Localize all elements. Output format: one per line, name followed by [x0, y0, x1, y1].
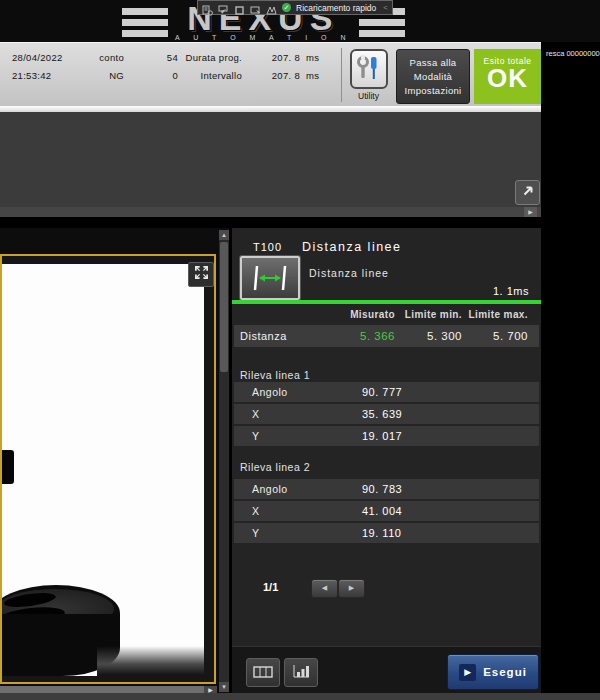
detail-label: Angolo: [252, 483, 288, 495]
bottom-strip: [0, 693, 600, 700]
duration-unit: ms: [306, 52, 319, 63]
detail-row[interactable]: Angolo 90. 777: [234, 382, 539, 402]
ng-value: 0: [140, 70, 178, 81]
settings-mode-button[interactable]: Passa alla Modalità Impostazioni: [396, 49, 470, 104]
detail-row[interactable]: Y 19. 017: [234, 426, 539, 446]
page-indicator: 1/1: [263, 581, 278, 593]
diagonal-arrow-icon: [521, 184, 535, 202]
duration-label: Durata prog.: [178, 52, 242, 63]
distance-lines-icon: [240, 256, 300, 300]
measure-label: Distanza: [240, 330, 287, 342]
total-result-badge: Esito totale OK: [474, 49, 541, 104]
count-value: 54: [140, 52, 178, 63]
date-label: 28/04/2022: [12, 52, 63, 63]
detail-label: Y: [252, 430, 260, 442]
workspace-panel: [0, 112, 541, 207]
limit-min-value: 5. 300: [400, 330, 462, 342]
wrench-screwdriver-icon: [350, 49, 388, 89]
fullscreen-button[interactable]: [188, 262, 214, 287]
col-header-limit-max: Limite max.: [468, 309, 528, 320]
col-header-measured: Misurato: [322, 309, 395, 320]
mode-line1: Passa alla: [397, 56, 469, 70]
workspace-hscrollbar[interactable]: ▶: [0, 207, 541, 217]
detail-row[interactable]: X 35. 639: [234, 404, 539, 424]
utility-button[interactable]: Utility: [346, 49, 391, 104]
script-settings-icon[interactable]: [202, 2, 213, 13]
vscroll-thumb[interactable]: [220, 242, 228, 372]
section-title-linea1: Rileva linea 1: [240, 369, 310, 381]
limit-max-value: 5. 700: [466, 330, 528, 342]
detail-label: X: [252, 408, 260, 420]
measure-row-distanza[interactable]: Distanza 5. 366 5. 300 5. 700: [234, 325, 539, 347]
detail-value: 41. 004: [362, 505, 402, 517]
detail-label: X: [252, 505, 260, 517]
time-label: 21:53:42: [12, 70, 51, 81]
interval-unit: ms: [306, 70, 319, 81]
detail-row[interactable]: Y 19. 110: [234, 523, 539, 543]
detail-label: Angolo: [252, 386, 288, 398]
play-icon: ▶: [459, 664, 476, 681]
exec-time: 1. 1ms: [493, 285, 529, 297]
interval-value: 207. 8: [252, 70, 300, 81]
mode-line3: Impostazioni: [397, 84, 469, 98]
measured-value: 5. 366: [320, 330, 395, 342]
sensor-tip-silhouette: [2, 450, 14, 484]
quick-access-toolbar: ✓ Ricaricamento rapido <: [197, 0, 393, 15]
histogram-button[interactable]: [284, 658, 318, 687]
tool-id: T100: [253, 241, 282, 253]
camera-panel: ▲ ▼ ▶: [0, 228, 229, 693]
logo-subtext: A U T O M A T I O N: [175, 34, 352, 41]
result-status-bar: [232, 300, 541, 304]
camera-vscrollbar[interactable]: ▲ ▼: [219, 230, 229, 692]
tool-result-panel: T100 Distanza linee Distanza linee 1. 1m…: [232, 228, 541, 693]
page-next-button[interactable]: ▶: [338, 579, 365, 598]
logo-bars-left: [122, 8, 168, 37]
quick-reload-item[interactable]: Ricaricamento rapido: [296, 3, 376, 13]
screen-pointer-icon[interactable]: [250, 2, 261, 13]
camera-image[interactable]: [2, 264, 204, 676]
tool-subtitle: Distanza linee: [309, 267, 389, 279]
detail-value: 19. 017: [362, 430, 402, 442]
detail-value: 90. 777: [362, 386, 402, 398]
utility-label: Utility: [346, 91, 391, 101]
mode-line2: Modalità: [397, 70, 469, 84]
count-label: conto: [78, 52, 124, 63]
camera-mark-icon[interactable]: [266, 2, 277, 13]
popout-button[interactable]: [515, 180, 540, 205]
collapse-chevron[interactable]: <: [383, 3, 388, 12]
status-bar: 28/04/2022 21:53:42 conto NG 54 0 Durata…: [0, 42, 541, 107]
scroll-up-button[interactable]: ▲: [219, 230, 229, 240]
run-button[interactable]: ▶ Esegui: [447, 654, 539, 690]
result-value: OK: [474, 66, 541, 90]
duration-value: 207. 8: [252, 52, 300, 63]
filmstrip-icon: [253, 664, 273, 682]
detail-label: Y: [252, 527, 260, 539]
top-banner: NEXUS A U T O M A T I O N ✓ Ricaricament…: [0, 0, 600, 42]
run-label: Esegui: [483, 666, 527, 678]
bar-chart-icon: [292, 664, 310, 682]
fullscreen-icon: [194, 265, 209, 284]
section-title-linea2: Rileva linea 2: [240, 461, 310, 473]
page-prev-button[interactable]: ◀: [311, 579, 338, 598]
detail-row[interactable]: Angolo 90. 783: [234, 479, 539, 499]
detail-value: 19. 110: [362, 527, 401, 539]
frame-select-icon[interactable]: [234, 2, 245, 13]
tool-bottom-bar: ▶ Esegui: [232, 646, 541, 694]
interval-label: Intervallo: [178, 70, 242, 81]
ng-label: NG: [78, 70, 124, 81]
pointer-comment-icon[interactable]: [218, 2, 229, 13]
scroll-right-button[interactable]: ▶: [524, 207, 537, 217]
divider: [341, 48, 342, 102]
scroll-down-button[interactable]: ▼: [219, 682, 229, 692]
check-circle-icon: ✓: [282, 3, 291, 12]
detail-row[interactable]: X 41. 004: [234, 501, 539, 521]
floor-shadow: [97, 646, 204, 676]
detail-value: 35. 639: [362, 408, 402, 420]
desktop-text: resca 00000000: [546, 49, 600, 58]
col-header-limit-min: Limite min.: [402, 309, 462, 320]
filmstrip-button[interactable]: [246, 658, 280, 687]
detail-value: 90. 783: [362, 483, 402, 495]
tool-title: Distanza linee: [302, 240, 402, 254]
